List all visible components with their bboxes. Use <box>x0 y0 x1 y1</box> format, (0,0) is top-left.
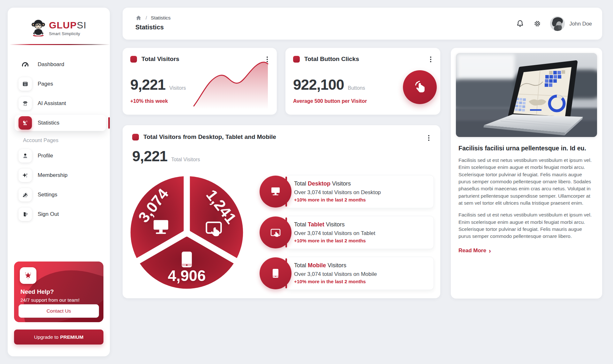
devices-total-unit: Total Visitors <box>171 157 200 163</box>
card-title: Total Visitors from Desktop, Tablet and … <box>143 133 276 140</box>
account-pages-label: Account Pages <box>23 137 104 143</box>
sidebar-item-label: Profile <box>38 153 53 159</box>
row-line: Over 3,074 total Visitors on Tablet <box>294 230 428 237</box>
star-icon <box>20 267 36 284</box>
user-name: John Doe <box>569 21 592 27</box>
need-help-card: Need Help? 24/7 support from our team! C… <box>14 262 103 322</box>
read-more-link[interactable]: Read More › <box>458 247 491 254</box>
breadcrumb: / Statistics <box>135 15 170 21</box>
monkey-mascot-icon <box>31 19 46 38</box>
red-square-bullet <box>130 56 137 63</box>
sidebar-item-sign-out[interactable]: Sign Out <box>15 206 104 222</box>
brand-name: GLUPSI <box>49 20 87 30</box>
logo: GLUPSI Smart Simplicity <box>8 8 110 38</box>
total-button-clicks-card: Total Button Clicks 922,100 Buttons Aver… <box>285 48 440 115</box>
total-visitors-card: Total Visitors 9,221 Visitors +10% this … <box>123 48 277 115</box>
visitors-delta: +10% this week <box>130 98 168 104</box>
row-delta: +10% more in the last 2 months <box>294 238 428 243</box>
pages-icon <box>19 77 32 91</box>
article-card: Facilisis facilisi urna pellentesque in.… <box>451 48 602 299</box>
devices-pie-chart: 3,074 1,241 4,906 <box>128 173 246 292</box>
row-line: Over 3,074 total Visitors on Mobile <box>294 271 428 277</box>
sidebar-item-profile[interactable]: Profile <box>15 148 104 164</box>
kebab-menu-icon[interactable] <box>425 134 433 142</box>
list-item-mobile[interactable]: Total Mobile Visitors Over 3,074 total V… <box>260 257 434 290</box>
row-title: Total Tablet Visitors <box>294 221 428 228</box>
breadcrumb-current[interactable]: Statistics <box>151 15 170 21</box>
dashboard-icon <box>19 58 32 71</box>
contact-us-button[interactable]: Contact Us <box>19 304 99 318</box>
upgrade-premium-button[interactable]: Upgrade to PREMIUM <box>14 330 103 345</box>
page-title: Statistics <box>135 24 164 31</box>
row-title: Total Desktop Visitors <box>294 180 428 187</box>
row-title: Total Mobile Visitors <box>294 262 428 269</box>
red-square-bullet <box>132 134 139 140</box>
sidebar-item-membership[interactable]: Membership <box>15 167 104 183</box>
profile-icon <box>19 149 32 163</box>
device-list: Total Desktop Visitors Over 3,074 total … <box>260 175 434 290</box>
statistics-icon <box>19 116 32 130</box>
sidebar-item-label: Membership <box>38 172 68 178</box>
sidebar-item-label: Settings <box>38 192 57 198</box>
list-item-tablet[interactable]: Total Tablet Visitors Over 3,074 total V… <box>260 216 434 249</box>
sidebar-item-label: Sign Out <box>38 211 59 217</box>
article-heading: Facilisis facilisi urna pellentesque in.… <box>458 145 594 152</box>
row-delta: +10% more in the last 2 months <box>294 197 428 202</box>
card-title: Total Visitors <box>141 56 179 63</box>
devices-breakdown-card: Total Visitors from Desktop, Tablet and … <box>123 125 440 298</box>
sidebar-item-label: Statistics <box>38 120 59 126</box>
sidebar-item-label: AI Assistant <box>38 100 66 107</box>
sidebar-item-ai-assistant[interactable]: AI Assistant <box>15 95 104 111</box>
red-square-bullet <box>293 56 300 63</box>
robot-icon <box>19 97 32 110</box>
help-subtitle: 24/7 support from our team! <box>20 297 79 303</box>
devices-total-value: 9,221 <box>132 148 167 165</box>
laptop-photo <box>456 53 597 137</box>
sidebar-item-label: Pages <box>38 81 53 87</box>
top-bar: / Statistics Statistics <box>123 8 602 40</box>
gear-icon[interactable] <box>533 19 542 28</box>
tablet-icon <box>260 216 291 248</box>
bell-icon[interactable] <box>516 19 525 28</box>
row-delta: +10% more in the last 2 months <box>294 279 428 284</box>
clicks-note: Average 500 button per Visitor <box>293 98 367 104</box>
sidebar-item-pages[interactable]: Pages <box>15 76 104 92</box>
card-title: Total Button Clicks <box>304 56 359 63</box>
clicks-unit: Buttons <box>348 85 365 91</box>
topbar-actions: John Doe <box>516 8 592 40</box>
breadcrumb-separator: / <box>146 15 147 21</box>
pie-label-mobile: 4,906 <box>168 267 206 284</box>
settings-wrench-icon <box>19 188 32 201</box>
sidebar-item-dashboard[interactable]: Dashboard <box>15 57 104 72</box>
mobile-icon <box>260 257 291 289</box>
kebab-menu-icon[interactable] <box>427 56 435 63</box>
click-hand-icon[interactable] <box>403 70 437 104</box>
statistics-page: GLUPSI Smart Simplicity Dashboard <box>0 0 613 364</box>
visitors-unit: Visitors <box>169 85 186 91</box>
sidebar: GLUPSI Smart Simplicity Dashboard <box>8 8 110 356</box>
avatar[interactable] <box>550 16 565 31</box>
brand-tagline: Smart Simplicity <box>49 31 87 36</box>
visitors-sparkline-chart <box>191 58 272 110</box>
sidebar-nav: Dashboard Pages <box>8 45 110 222</box>
sidebar-item-statistics[interactable]: Statistics <box>15 115 106 131</box>
list-item-desktop[interactable]: Total Desktop Visitors Over 3,074 total … <box>260 175 434 208</box>
home-icon[interactable] <box>135 15 142 21</box>
clicks-value: 922,100 <box>293 76 344 93</box>
mobile-icon <box>182 252 192 267</box>
article-paragraph: Facilisis sed ut est netus vestibulum ve… <box>458 211 594 240</box>
sidebar-item-settings[interactable]: Settings <box>15 187 104 203</box>
help-title: Need Help? <box>20 288 54 295</box>
row-line: Over 3,074 total Visitors on Desktop <box>294 189 428 196</box>
sidebar-item-label: Dashboard <box>38 61 64 68</box>
sign-out-door-icon <box>19 208 32 221</box>
chevron-right-icon: › <box>489 247 491 254</box>
visitors-value: 9,221 <box>130 76 165 93</box>
sparkles-icon <box>19 169 32 182</box>
desktop-icon <box>260 176 291 208</box>
article-paragraph: Facilisis sed ut est netus vestibulum ve… <box>458 157 594 207</box>
